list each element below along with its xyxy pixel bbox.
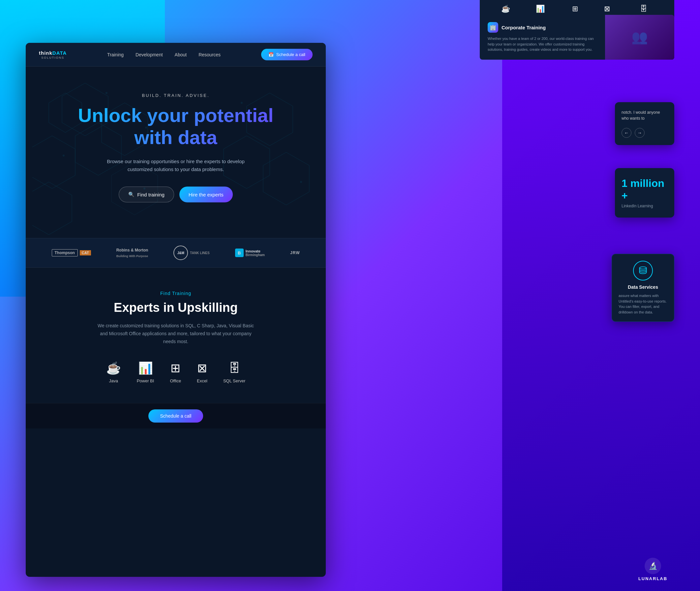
- sql-icon-top: 🗄: [640, 5, 647, 13]
- schedule-call-button[interactable]: 📅 Schedule a call: [261, 49, 313, 60]
- search-icon: 🔍: [128, 192, 134, 197]
- nav-item-development[interactable]: Development: [135, 52, 163, 58]
- jm-circle-logo: J&M: [174, 246, 188, 260]
- corp-desc: Whether you have a team of 2 or 200, our…: [488, 36, 597, 52]
- nav-item-resources[interactable]: Resources: [198, 52, 220, 58]
- logo-jrw: JRW: [290, 251, 300, 255]
- training-section: Find Training Experts in Upskilling We c…: [26, 268, 326, 403]
- powerbi-label: Power BI: [137, 378, 154, 383]
- innovate-text: Innovate Birmingham: [246, 249, 265, 257]
- sql-icon: 🗄: [229, 361, 240, 375]
- office-icon: ⊞: [171, 361, 180, 375]
- navbar: thinkDATA SOLUTIONS Training Development…: [26, 43, 326, 67]
- stats-number: 1 million +: [622, 177, 668, 202]
- java-label: Java: [109, 378, 118, 383]
- nav-link-development[interactable]: Development: [135, 52, 163, 57]
- jm-label: TANK LINES: [190, 251, 209, 255]
- database-icon: [633, 261, 653, 280]
- excel-icon-top: ⊠: [604, 5, 610, 13]
- hex-decoration-left: [32, 76, 164, 238]
- tech-icons-row: ☕ Java 📊 Power BI ⊞ Office ⊠ Excel 🗄 SQL…: [39, 361, 313, 383]
- data-services-desc: assure what matters with Untitled's easy…: [619, 293, 667, 315]
- find-training-label: Find training: [137, 192, 165, 197]
- corp-icon: 🏢: [488, 22, 498, 32]
- logo: thinkDATA SOLUTIONS: [39, 50, 67, 59]
- svg-point-16: [300, 181, 302, 183]
- logo-text: thinkDATA: [39, 50, 67, 56]
- data-services-card: Data Services assure what matters with U…: [612, 254, 674, 322]
- sql-label: SQL Server: [223, 378, 245, 383]
- robins-morton-label: Robins & Morton: [116, 248, 148, 253]
- testimonial-card: notch. I would anyone who wants to ← →: [615, 102, 674, 145]
- corp-image: 👥: [605, 15, 674, 60]
- powerbi-icon: 📊: [138, 361, 153, 375]
- innovate-label: Innovate: [246, 249, 265, 253]
- bottom-schedule-label: Schedule a call: [160, 413, 192, 418]
- thompson-box: Thompson: [52, 249, 78, 256]
- svg-point-15: [241, 102, 243, 104]
- logo-robins: Robins & Morton Building With Purpose: [116, 248, 148, 258]
- section-title: Experts in Upskilling: [39, 301, 313, 315]
- excel-icon: ⊠: [197, 361, 207, 375]
- lunarlab-badge: 🔬 LUNARLAB: [631, 558, 674, 581]
- office-label: Office: [170, 378, 181, 383]
- logos-strip: Thompson CAT Robins & Morton Building Wi…: [26, 238, 326, 268]
- hero-title-line2: with data: [134, 127, 217, 148]
- hero-buttons: 🔍 Find training Hire the experts: [39, 187, 313, 202]
- corp-badge: 🏢 Corporate Training: [488, 22, 597, 32]
- lunarlab-icon: 🔬: [645, 558, 661, 574]
- bottom-schedule-button[interactable]: Schedule a call: [148, 409, 203, 422]
- java-icon: ☕: [106, 361, 121, 375]
- people-silhouette-icon: 👥: [605, 15, 674, 60]
- hero-description: Browse our training opportunities or hir…: [97, 157, 255, 173]
- java-icon-top: ☕: [501, 5, 510, 13]
- logo-sub: SOLUTIONS: [39, 56, 67, 59]
- nav-item-training[interactable]: Training: [107, 52, 124, 58]
- calendar-icon: 📅: [268, 52, 274, 57]
- nav-item-about[interactable]: About: [175, 52, 187, 58]
- tech-java: ☕ Java: [106, 361, 121, 383]
- hero-section: BUILD. TRAIN. ADVISE. Unlock your potent…: [26, 67, 326, 238]
- tech-excel: ⊠ Excel: [197, 361, 207, 383]
- hero-title-line1: Unlock your potential: [78, 105, 274, 126]
- nav-link-about[interactable]: About: [175, 52, 187, 57]
- hire-experts-label: Hire the experts: [189, 192, 224, 197]
- section-desc: We create customized training solutions …: [97, 322, 255, 345]
- section-find-training-label: Find Training: [39, 291, 313, 296]
- nav-link-training[interactable]: Training: [107, 52, 124, 57]
- lunarlab-label: LUNARLAB: [638, 576, 667, 581]
- data-services-title: Data Services: [619, 284, 667, 290]
- thompson-cat-label: CAT: [80, 250, 91, 255]
- schedule-call-label: Schedule a call: [276, 52, 305, 57]
- logo-innovate: B Innovate Birmingham: [235, 249, 265, 257]
- stats-label: LinkedIn Learning: [622, 204, 668, 208]
- corporate-training-card: 🏢 Corporate Training Whether you have a …: [480, 15, 674, 60]
- bottom-bar: Schedule a call: [26, 403, 326, 429]
- hero-subtitle: BUILD. TRAIN. ADVISE.: [39, 93, 313, 98]
- jrw-label: JRW: [290, 251, 300, 255]
- find-training-button[interactable]: 🔍 Find training: [119, 187, 174, 202]
- tech-office: ⊞ Office: [170, 361, 181, 383]
- corp-card-content: 🏢 Corporate Training Whether you have a …: [480, 15, 605, 60]
- testimonial-next-button[interactable]: →: [635, 128, 645, 138]
- browser-window: thinkDATA SOLUTIONS Training Development…: [26, 43, 326, 577]
- logo-thompson: Thompson CAT: [52, 249, 91, 256]
- logo-data: DATA: [52, 50, 67, 56]
- nav-link-resources[interactable]: Resources: [198, 52, 220, 57]
- innovate-sub: Birmingham: [246, 253, 265, 257]
- testimonial-prev-button[interactable]: ←: [622, 128, 631, 138]
- hire-experts-button[interactable]: Hire the experts: [179, 187, 233, 202]
- powerbi-icon-top: 📊: [536, 5, 545, 13]
- nav-links: Training Development About Resources: [107, 52, 220, 58]
- corp-title: Corporate Training: [502, 25, 546, 30]
- logo-jm: J&M TANK LINES: [174, 246, 209, 260]
- robins-morton-sub: Building With Purpose: [116, 255, 148, 258]
- svg-point-9: [63, 154, 65, 156]
- testimonial-text: notch. I would anyone who wants to: [622, 110, 668, 121]
- excel-label: Excel: [197, 378, 207, 383]
- svg-point-0: [640, 267, 647, 269]
- testimonial-nav: ← →: [622, 128, 668, 138]
- innovate-icon: B: [235, 249, 244, 257]
- stats-card: 1 million + LinkedIn Learning: [615, 168, 674, 217]
- tech-powerbi: 📊 Power BI: [137, 361, 154, 383]
